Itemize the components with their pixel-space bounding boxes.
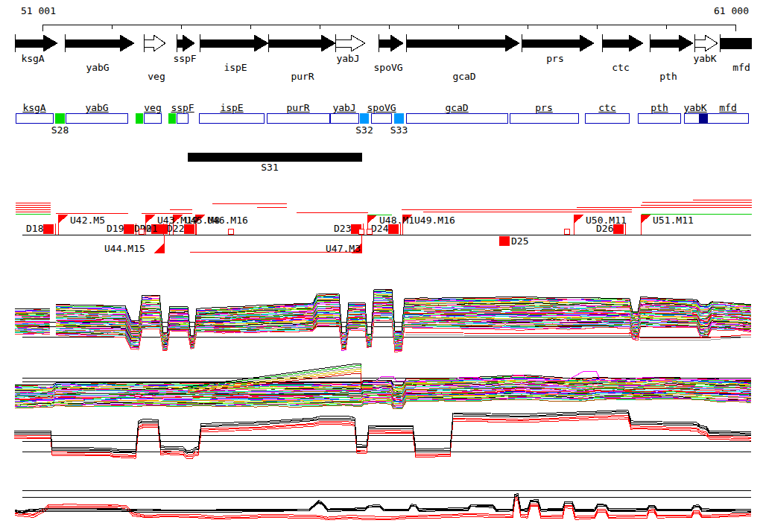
coverage-line xyxy=(297,212,368,213)
marker-S32[interactable] xyxy=(360,113,369,124)
coverage-line xyxy=(16,205,51,206)
coverage-line xyxy=(170,209,192,210)
gene-box-spoVG[interactable] xyxy=(371,113,392,124)
flag-label-D26[interactable]: D26 xyxy=(596,224,613,233)
gene-box-ksgA[interactable] xyxy=(16,113,54,124)
flag-U51.M11[interactable] xyxy=(641,215,651,224)
gene-arrow-yabK[interactable] xyxy=(694,35,718,51)
flag-hollow-square xyxy=(367,229,373,235)
coverage-line xyxy=(56,213,128,214)
gene-box-sspF[interactable] xyxy=(177,113,189,124)
gene-box-pth[interactable] xyxy=(638,113,681,124)
flag-label-D19[interactable]: D19 xyxy=(107,224,124,233)
gene-arrow-spoVG[interactable] xyxy=(379,35,403,51)
coverage-line xyxy=(16,207,51,208)
gene-box-label-purR: purR xyxy=(286,103,309,113)
gene-arrow-label-ispE: ispE xyxy=(224,63,247,72)
coverage-line xyxy=(577,207,752,208)
gene-box-label-yabG: yabG xyxy=(85,103,108,113)
coverage-line xyxy=(142,213,192,214)
gene-arrow-prs[interactable] xyxy=(522,35,594,51)
coordinate-start-label: 51 001 xyxy=(21,6,56,16)
flag-label-U46.M16[interactable]: U46.M16 xyxy=(207,215,248,225)
gene-arrow-label-ksgA: ksgA xyxy=(21,54,44,63)
coverage-line xyxy=(16,212,51,212)
gene-box-ispE[interactable] xyxy=(199,113,265,124)
flag-label-D24[interactable]: D24 xyxy=(371,224,388,233)
flag-D25[interactable] xyxy=(499,236,510,246)
gene-arrow-label-mfd: mfd xyxy=(732,63,750,72)
signal-line xyxy=(15,312,50,313)
gene-box-label-gcaD: gcaD xyxy=(445,103,468,113)
gene-box-yabJ[interactable] xyxy=(330,113,359,124)
signal-cluster-line-band3 xyxy=(14,412,751,452)
gene-arrow-label-spoVG: spoVG xyxy=(374,63,403,72)
gene-box-ctc[interactable] xyxy=(585,113,630,124)
coverage-line xyxy=(402,209,632,210)
flag-label-U42.M5[interactable]: U42.M5 xyxy=(70,215,105,225)
gene-box-label-yabK: yabK xyxy=(683,103,706,113)
coverage-line xyxy=(16,214,51,215)
gene-box-label-prs: prs xyxy=(535,103,552,113)
flag-D22[interactable] xyxy=(184,224,194,234)
flag-hollow-square xyxy=(228,229,234,235)
gene-arrow-ksgA[interactable] xyxy=(15,35,57,51)
flag-label-U47.M3[interactable]: U47.M3 xyxy=(326,244,361,253)
flag-D18[interactable] xyxy=(43,224,54,234)
coordinate-end-label: 61 000 xyxy=(714,6,749,16)
gene-arrow-mfd[interactable] xyxy=(720,38,751,48)
flag-label-U49.M16[interactable]: U49.M16 xyxy=(414,215,455,225)
gene-box-label-yabJ: yabJ xyxy=(332,103,355,113)
marker-unlabeled-2[interactable] xyxy=(168,113,176,124)
gene-arrow-label-purR: purR xyxy=(291,72,314,81)
marker-S33[interactable] xyxy=(394,113,404,124)
gene-arrow-ctc[interactable] xyxy=(602,35,643,51)
gene-arrow-gcaD[interactable] xyxy=(406,35,519,51)
gene-arrow-yabG[interactable] xyxy=(65,35,134,51)
gene-arrow-veg[interactable] xyxy=(144,35,165,51)
gene-arrow-label-veg: veg xyxy=(148,72,165,81)
flag-D24[interactable] xyxy=(388,224,399,234)
flag-D26[interactable] xyxy=(613,224,624,234)
flag-label-D23[interactable]: D23 xyxy=(334,224,351,233)
flag-U42.M5[interactable] xyxy=(58,215,69,224)
gene-box-veg[interactable] xyxy=(144,113,162,124)
gene-box-label-ctc: ctc xyxy=(598,103,615,113)
flag-label-D22[interactable]: D22 xyxy=(167,224,184,233)
gene-arrow-purR[interactable] xyxy=(268,35,335,51)
flag-U50.M11[interactable] xyxy=(574,215,584,224)
gene-box-gcaD[interactable] xyxy=(406,113,508,124)
segment-bar-S31[interactable] xyxy=(188,153,362,162)
gene-box-yabK[interactable] xyxy=(684,113,749,124)
gene-arrow-label-prs: prs xyxy=(546,54,563,63)
flag-U44.M15[interactable] xyxy=(153,243,164,253)
gene-arrow-label-ctc: ctc xyxy=(612,63,629,72)
marker-label-S33: S33 xyxy=(390,125,408,135)
flag-label-D25[interactable]: D25 xyxy=(511,236,528,246)
gene-box-purR[interactable] xyxy=(267,113,330,124)
marker-S28[interactable] xyxy=(55,113,65,124)
signal-outlier xyxy=(405,335,751,341)
flag-D21[interactable] xyxy=(157,224,168,234)
flag-D19[interactable] xyxy=(124,224,134,234)
segment-bar-label: S31 xyxy=(261,162,278,172)
marker-unlabeled-5[interactable] xyxy=(699,113,708,124)
gene-arrow-yabJ[interactable] xyxy=(335,35,365,51)
gene-arrow-pth[interactable] xyxy=(650,35,693,51)
gene-box-label-mfd: mfd xyxy=(719,103,736,113)
gene-arrow-ispE[interactable] xyxy=(200,35,268,51)
gene-box-prs[interactable] xyxy=(510,113,579,124)
flag-label-U51.M11[interactable]: U51.M11 xyxy=(653,215,694,225)
flag-hollow-square xyxy=(564,229,570,235)
scene-canvas xyxy=(0,0,763,532)
flag-label-U44.M15[interactable]: U44.M15 xyxy=(104,244,145,253)
gene-arrow-label-pth: pth xyxy=(659,72,677,81)
marker-unlabeled-1[interactable] xyxy=(136,113,143,124)
gene-arrow-sspF[interactable] xyxy=(177,35,194,51)
gene-box-yabG[interactable] xyxy=(66,113,128,124)
genome-browser-view: 51 001 61 000 ksgAyabGvegsspFispEpurRyab… xyxy=(0,0,763,532)
gene-box-label-spoVG: spoVG xyxy=(367,103,396,113)
flag-label-D18[interactable]: D18 xyxy=(26,224,43,233)
gene-arrow-label-sspF: sspF xyxy=(173,54,196,63)
coverage-line xyxy=(693,200,752,200)
